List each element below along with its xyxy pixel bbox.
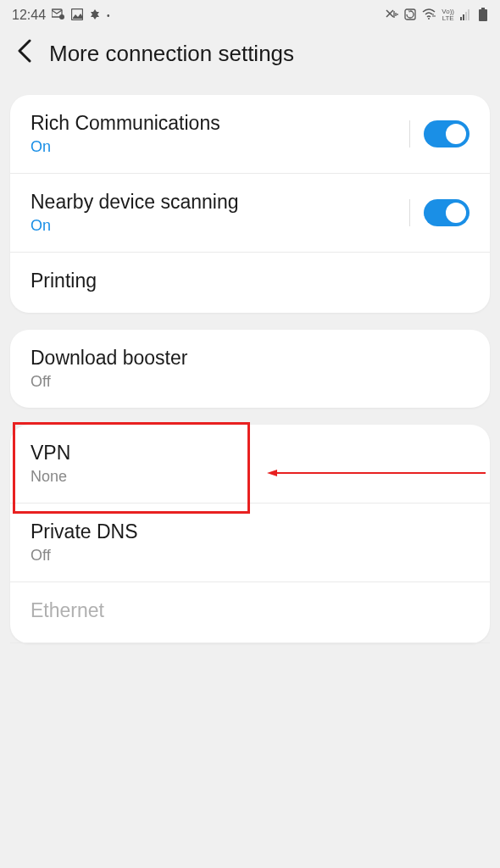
private-dns-title: Private DNS [31, 520, 469, 543]
page-title: More connection settings [49, 41, 294, 67]
image-icon [71, 8, 83, 23]
email-icon [52, 8, 65, 23]
svg-rect-8 [468, 9, 469, 20]
nearby-scanning-row[interactable]: Nearby device scanning On [10, 174, 490, 253]
svg-rect-9 [481, 8, 485, 9]
ethernet-title: Ethernet [31, 599, 469, 622]
puzzle-icon [89, 8, 101, 23]
svg-rect-10 [479, 9, 487, 21]
divider [409, 120, 410, 147]
private-dns-status: Off [31, 547, 469, 565]
ethernet-row[interactable]: Ethernet [10, 582, 490, 643]
download-booster-status: Off [31, 373, 469, 391]
dot-icon: • [107, 11, 110, 20]
rich-communications-title: Rich Communications [31, 112, 409, 135]
svg-point-4 [428, 18, 430, 19]
svg-rect-6 [463, 14, 464, 20]
printing-row[interactable]: Printing [10, 253, 490, 313]
vpn-title: VPN [31, 442, 469, 465]
vpn-status: None [31, 468, 469, 486]
nearby-scanning-status: On [31, 217, 409, 235]
rich-communications-toggle[interactable] [424, 120, 469, 147]
lte-icon: Vo)) LTE [442, 8, 454, 22]
back-button[interactable] [17, 38, 32, 70]
rich-communications-status: On [31, 138, 409, 156]
download-booster-title: Download booster [31, 347, 469, 370]
header: More connection settings [0, 25, 500, 95]
wifi-icon [422, 8, 436, 23]
status-left: 12:44 • [12, 8, 110, 23]
status-bar: 12:44 • Vo)) LTE [0, 0, 500, 25]
nearby-scanning-title: Nearby device scanning [31, 191, 409, 214]
nearby-scanning-toggle[interactable] [424, 199, 469, 226]
signal-icon [460, 8, 472, 23]
divider [409, 199, 410, 226]
vibrate-icon [385, 8, 398, 23]
svg-point-1 [59, 14, 64, 19]
settings-group-2: Download booster Off [10, 330, 490, 408]
status-right: Vo)) LTE [385, 8, 488, 24]
battery-icon [478, 8, 488, 24]
vpn-row[interactable]: VPN None [10, 425, 490, 504]
svg-rect-7 [465, 12, 467, 20]
status-time: 12:44 [12, 8, 46, 23]
rich-communications-row[interactable]: Rich Communications On [10, 95, 490, 174]
settings-group-3: VPN None Private DNS Off Ethernet [10, 425, 490, 643]
download-booster-row[interactable]: Download booster Off [10, 330, 490, 408]
recycle-icon [404, 8, 416, 23]
settings-group-1: Rich Communications On Nearby device sca… [10, 95, 490, 313]
private-dns-row[interactable]: Private DNS Off [10, 504, 490, 582]
svg-rect-5 [460, 17, 462, 20]
printing-title: Printing [31, 270, 469, 292]
